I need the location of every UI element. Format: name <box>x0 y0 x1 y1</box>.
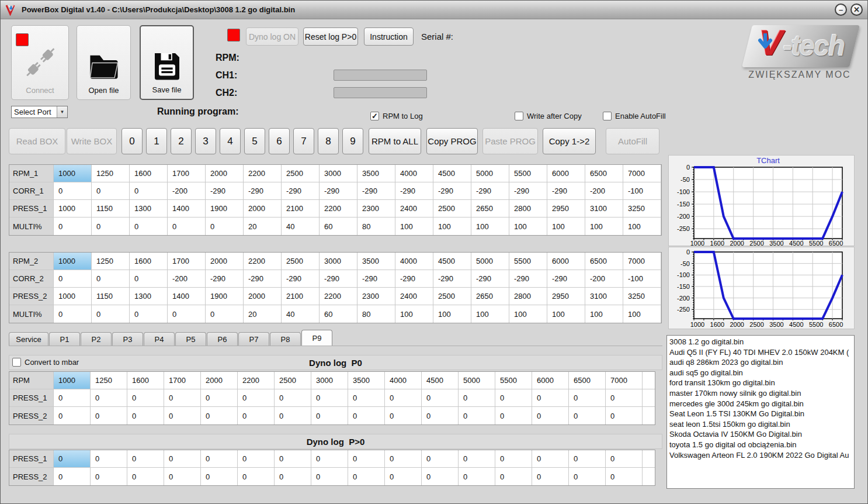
paste-prog-button[interactable]: Paste PROG <box>482 128 538 154</box>
grid-cell[interactable]: 1600 <box>130 253 168 270</box>
grid-cell[interactable]: 0 <box>311 450 348 468</box>
tab-p4[interactable]: P4 <box>144 332 175 346</box>
list-item[interactable]: ford transit 130km go digital.bin <box>669 378 854 388</box>
grid-cell[interactable]: 1000 <box>54 253 92 270</box>
grid-cell[interactable]: -290 <box>509 270 547 288</box>
rpm-to-log-checkbox[interactable]: ✓ RPM to Log <box>370 112 423 120</box>
grid-cell[interactable]: 0 <box>459 468 495 485</box>
grid-cell[interactable]: 40 <box>282 305 320 323</box>
grid-cell[interactable]: 2400 <box>395 200 433 218</box>
grid-cell[interactable]: 5000 <box>471 253 509 270</box>
digit-button-5[interactable]: 5 <box>244 128 265 154</box>
grid-cell[interactable]: 0 <box>127 407 164 424</box>
grid-cell[interactable]: 0 <box>54 182 92 200</box>
grid-cell[interactable]: 0 <box>385 407 422 424</box>
grid-cell[interactable]: 80 <box>357 305 395 323</box>
reset-log-button[interactable]: Reset log P>0 <box>303 27 358 46</box>
grid-cell[interactable]: -290 <box>395 270 433 288</box>
grid-cell[interactable]: 0 <box>164 468 201 485</box>
digit-button-3[interactable]: 3 <box>195 128 216 154</box>
grid-cell[interactable]: -290 <box>433 270 471 288</box>
copy-1-to-2-button[interactable]: Copy 1->2 <box>543 128 596 154</box>
grid-cell[interactable]: 0 <box>54 407 91 424</box>
grid-cell[interactable]: 0 <box>495 450 532 468</box>
grid-cell[interactable]: 0 <box>54 468 91 485</box>
grid-cell[interactable]: 0 <box>569 389 606 407</box>
grid-cell[interactable]: 0 <box>532 407 569 424</box>
grid-cell[interactable]: 6500 <box>585 165 623 182</box>
grid-cell[interactable]: 0 <box>275 407 311 424</box>
grid-cell[interactable]: 60 <box>320 305 357 323</box>
grid-cell[interactable]: 2000 <box>206 253 244 270</box>
digit-button-4[interactable]: 4 <box>220 128 241 154</box>
grid-cell[interactable]: 0 <box>130 270 168 288</box>
grid-cell[interactable]: 0 <box>495 389 532 407</box>
grid-cell[interactable]: -100 <box>623 182 661 200</box>
grid-cell[interactable]: 3100 <box>585 200 623 218</box>
list-item[interactable]: audi q8 286km 2023 go digital.bin <box>669 357 854 368</box>
grid-cell[interactable]: 2200 <box>244 253 282 270</box>
grid-cell[interactable]: 0 <box>606 389 643 407</box>
grid-cell[interactable]: 0 <box>130 182 168 200</box>
digit-button-9[interactable]: 9 <box>342 128 363 154</box>
grid-cell[interactable]: -290 <box>471 270 509 288</box>
grid-cell[interactable]: -200 <box>168 182 206 200</box>
copy-prog-button[interactable]: Copy PROG <box>426 128 478 154</box>
grid-cell[interactable]: 100 <box>395 305 433 323</box>
digit-button-8[interactable]: 8 <box>318 128 339 154</box>
grid-cell[interactable]: 100 <box>623 218 661 235</box>
grid-cell[interactable]: 3250 <box>623 288 661 305</box>
grid-cell[interactable]: -290 <box>244 270 282 288</box>
grid-cell[interactable]: -290 <box>471 182 509 200</box>
tab-p9[interactable]: P9 <box>301 330 332 346</box>
write-after-copy-checkbox[interactable]: Write after Copy <box>515 112 582 120</box>
grid-cell[interactable]: 1150 <box>92 200 130 218</box>
grid-cell[interactable]: 2000 <box>244 200 282 218</box>
grid-cell[interactable]: 100 <box>395 218 433 235</box>
grid-cell[interactable]: 0 <box>201 450 238 468</box>
grid-cell[interactable]: 2100 <box>282 200 320 218</box>
grid-cell[interactable]: 3500 <box>357 165 395 182</box>
grid-cell[interactable]: 0 <box>385 389 422 407</box>
list-item[interactable]: mercedes gle 300d 245km go digital.bin <box>669 399 854 409</box>
grid-cell[interactable]: 2650 <box>471 200 509 218</box>
grid-cell[interactable]: 2800 <box>509 288 547 305</box>
grid-cell[interactable]: 100 <box>471 218 509 235</box>
grid-cell[interactable]: 100 <box>433 305 471 323</box>
grid-cell[interactable]: 0 <box>385 450 422 468</box>
grid-cell[interactable]: 6500 <box>585 253 623 270</box>
grid-cell[interactable]: 1250 <box>91 372 127 389</box>
rpm-to-all-button[interactable]: RPM to ALL <box>369 128 421 154</box>
convert-to-mbar-checkbox-box[interactable] <box>12 358 21 367</box>
grid-cell[interactable]: 5000 <box>471 165 509 182</box>
read-box-button[interactable]: Read BOX <box>9 128 65 154</box>
grid-cell[interactable]: -290 <box>206 270 244 288</box>
grid-cell[interactable]: 1000 <box>54 200 92 218</box>
grid-cell[interactable]: -100 <box>623 270 661 288</box>
grid-cell[interactable]: 4500 <box>422 372 459 389</box>
grid-cell[interactable]: 0 <box>348 450 385 468</box>
tab-p6[interactable]: P6 <box>207 332 238 346</box>
grid-cell[interactable]: -290 <box>282 182 320 200</box>
grid-cell[interactable]: 4000 <box>395 253 433 270</box>
grid-cell[interactable]: 1250 <box>92 253 130 270</box>
grid-cell[interactable]: 0 <box>606 407 643 424</box>
grid-cell[interactable]: 3500 <box>357 253 395 270</box>
list-item[interactable]: Skoda Octavia IV 150KM Go Digital.bin <box>669 429 854 440</box>
grid-cell[interactable]: 2650 <box>471 288 509 305</box>
grid-cell[interactable]: 1700 <box>168 253 206 270</box>
list-item[interactable]: toyota 1.5 go digital od obciążenia.bin <box>669 440 854 450</box>
grid-cell[interactable]: 3500 <box>348 372 385 389</box>
grid-cell[interactable]: 2500 <box>275 372 311 389</box>
grid-cell[interactable]: 0 <box>91 468 127 485</box>
grid-cell[interactable]: -200 <box>585 182 623 200</box>
grid-cell[interactable]: 2200 <box>320 200 357 218</box>
grid-cell[interactable]: 0 <box>92 305 130 323</box>
grid-cell[interactable]: 1250 <box>92 165 130 182</box>
list-item[interactable]: master 170km nowy silnik go digital.bin <box>669 388 854 399</box>
grid-cell[interactable]: 0 <box>422 407 459 424</box>
grid-cell[interactable]: -290 <box>547 182 585 200</box>
digit-button-1[interactable]: 1 <box>146 128 167 154</box>
grid-cell[interactable]: 0 <box>92 182 130 200</box>
grid-cell[interactable]: 6000 <box>547 253 585 270</box>
